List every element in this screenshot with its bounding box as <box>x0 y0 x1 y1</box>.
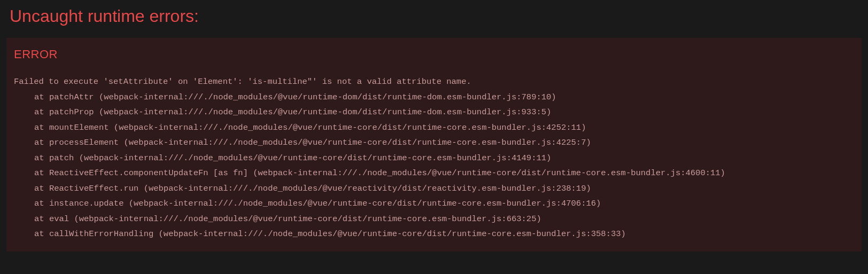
stack-trace-line: at patchProp (webpack-internal:///./node… <box>14 107 551 117</box>
overlay-title: Uncaught runtime errors: <box>10 6 858 26</box>
error-panel: ERROR Failed to execute 'setAttribute' o… <box>6 38 862 252</box>
stack-trace-line: at ReactiveEffect.run (webpack-internal:… <box>14 184 591 193</box>
stack-trace-line: at patchAttr (webpack-internal:///./node… <box>14 92 556 102</box>
stack-trace-line: at patch (webpack-internal:///./node_mod… <box>14 153 551 163</box>
stack-trace-line: at callWithErrorHandling (webpack-intern… <box>14 229 626 239</box>
error-label: ERROR <box>14 48 854 61</box>
stack-trace-line: at ReactiveEffect.componentUpdateFn [as … <box>14 168 725 178</box>
stack-trace-line: at mountElement (webpack-internal:///./n… <box>14 123 586 132</box>
error-message-text: Failed to execute 'setAttribute' on 'Ele… <box>14 77 471 87</box>
stack-trace-line: at eval (webpack-internal:///./node_modu… <box>14 214 541 224</box>
stack-trace-line: at processElement (webpack-internal:///.… <box>14 138 591 147</box>
error-message-block: Failed to execute 'setAttribute' on 'Ele… <box>14 74 854 242</box>
error-overlay-header: Uncaught runtime errors: <box>0 0 868 38</box>
stack-trace-line: at instance.update (webpack-internal:///… <box>14 199 601 208</box>
